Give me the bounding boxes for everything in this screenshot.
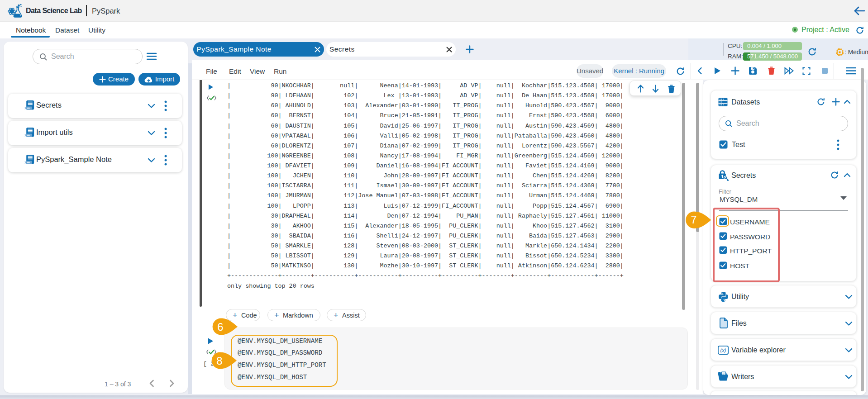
svg-text:(x): (x) (720, 347, 726, 353)
svg-text:6: 6 (217, 321, 223, 333)
svg-text:7: 7 (691, 214, 696, 226)
svg-text:8: 8 (216, 355, 222, 367)
